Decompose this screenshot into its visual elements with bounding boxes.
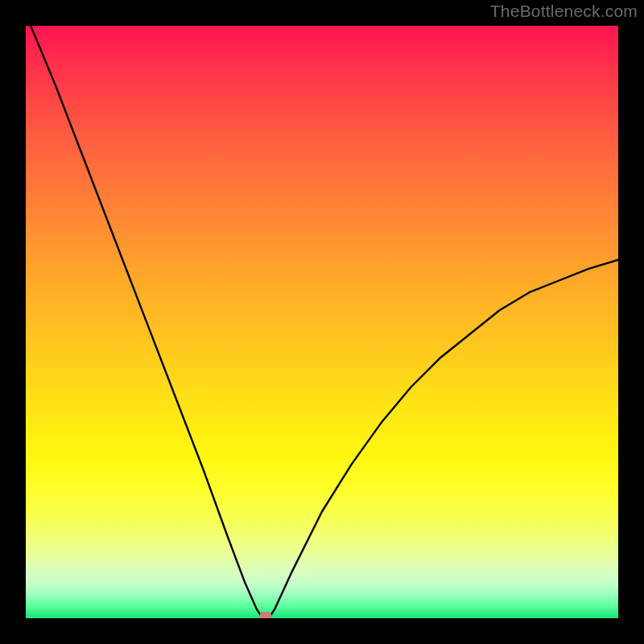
chart-frame: TheBottleneck.com [0,0,644,644]
plot-area [26,26,618,618]
curve-path [26,26,618,618]
watermark-text: TheBottleneck.com [490,2,638,21]
min-point-marker [260,612,272,618]
bottleneck-curve [26,26,618,618]
